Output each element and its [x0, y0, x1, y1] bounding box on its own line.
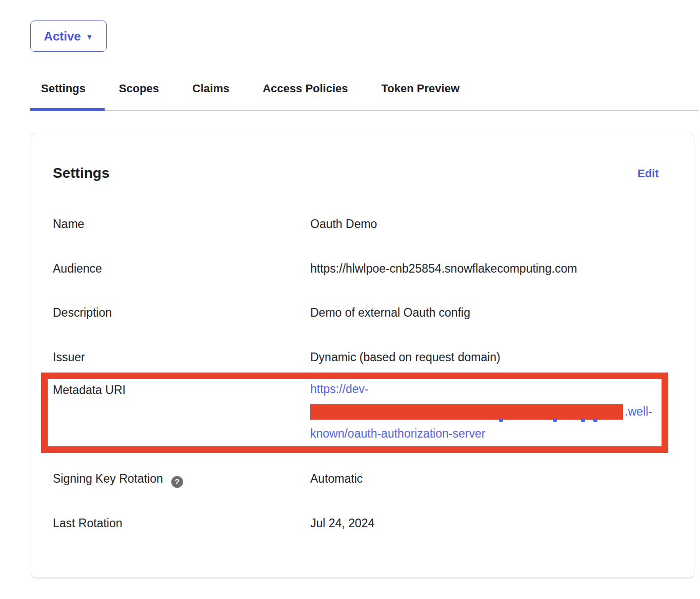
tab-token-preview[interactable]: Token Preview [382, 82, 459, 102]
tab-access-policies[interactable]: Access Policies [263, 82, 348, 102]
card-title: Settings [53, 165, 109, 181]
signing-key-rotation-value: Automatic [310, 472, 363, 485]
active-tab-indicator [30, 108, 105, 111]
redaction-bar [310, 404, 623, 420]
tab-scopes[interactable]: Scopes [119, 82, 159, 102]
tab-bar: Settings Scopes Claims Access Policies T… [0, 82, 700, 102]
issuer-label: Issuer [53, 350, 85, 364]
metadata-uri-line1: https://dev- [310, 378, 652, 401]
metadata-uri-line2: .well- [310, 401, 652, 423]
help-question-icon[interactable]: ? [171, 476, 183, 488]
issuer-value: Dynamic (based on request domain) [310, 350, 501, 364]
audience-label: Audience [53, 262, 102, 275]
settings-card: Settings Edit Name Oauth Demo Audience h… [31, 133, 694, 578]
name-label: Name [53, 217, 84, 231]
audience-value: https://hlwlpoe-cnb25854.snowflakecomput… [310, 262, 577, 275]
last-rotation-label: Last Rotation [53, 517, 123, 530]
status-label: Active [44, 29, 81, 44]
metadata-uri-line3: known/oauth-authorization-server [310, 423, 652, 445]
redacted-text-descender [553, 419, 557, 422]
tab-baseline-divider [30, 110, 698, 111]
edit-button[interactable]: Edit [637, 167, 659, 180]
chevron-down-icon: ▼ [86, 31, 93, 41]
last-rotation-value: Jul 24, 2024 [310, 517, 374, 530]
redacted-text-descender [499, 419, 503, 422]
name-value: Oauth Demo [310, 217, 377, 231]
oauth-server-settings-page: Active ▼ Settings Scopes Claims Access P… [0, 0, 700, 599]
description-value: Demo of external Oauth config [310, 306, 470, 319]
metadata-uri-link[interactable]: https://dev- .well- known/oauth-authoriz… [310, 378, 652, 445]
redacted-text-descender [593, 419, 597, 422]
metadata-uri-label: Metadata URI [53, 383, 126, 397]
description-label: Description [53, 306, 112, 319]
status-dropdown-button[interactable]: Active ▼ [30, 20, 107, 52]
tab-settings[interactable]: Settings [41, 82, 86, 102]
tab-claims[interactable]: Claims [192, 82, 229, 102]
metadata-uri-line2-suffix: .well- [625, 405, 652, 418]
redacted-text-descender [581, 419, 585, 422]
signing-key-rotation-label: Signing Key Rotation? [53, 472, 183, 488]
signing-key-rotation-label-text: Signing Key Rotation [53, 472, 163, 485]
